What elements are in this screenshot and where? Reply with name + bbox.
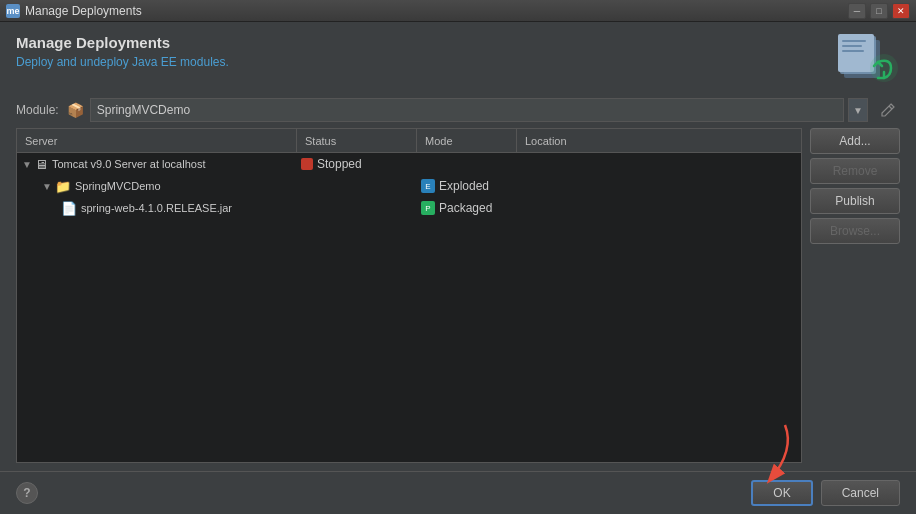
module-icon: 📁 [55, 179, 71, 194]
title-bar: me Manage Deployments ─ □ ✕ [0, 0, 916, 22]
minimize-button[interactable]: ─ [848, 3, 866, 19]
server-name-cell: ▼ 🖥 Tomcat v9.0 Server at localhost [17, 153, 297, 175]
table-row[interactable]: ▼ 📁 SpringMVCDemo E Exploded [17, 175, 801, 197]
bottom-bar: ? OK Cancel [0, 471, 916, 514]
module-select-icon: 📦 [67, 102, 84, 118]
ok-button[interactable]: OK [751, 480, 812, 506]
server-status: Stopped [317, 157, 362, 171]
dialog: Manage Deployments Deploy and undeploy J… [0, 22, 916, 514]
svg-rect-3 [842, 40, 866, 42]
module-dropdown-button[interactable]: ▼ [848, 98, 868, 122]
dialog-subtitle: Deploy and undeploy Java EE modules. [16, 55, 229, 69]
module-location-cell [517, 175, 801, 197]
server-status-cell: Stopped [297, 153, 417, 175]
server-icon: 🖥 [35, 157, 48, 172]
server-mode-cell [417, 153, 517, 175]
svg-rect-2 [838, 34, 874, 72]
tree-body: ▼ 🖥 Tomcat v9.0 Server at localhost Stop… [17, 153, 801, 462]
jar-name-cell: 📄 spring-web-4.1.0.RELEASE.jar [17, 197, 297, 219]
side-buttons: Add... Remove Publish Browse... [810, 128, 900, 463]
close-button[interactable]: ✕ [892, 3, 910, 19]
browse-button[interactable]: Browse... [810, 218, 900, 244]
jar-name: spring-web-4.1.0.RELEASE.jar [81, 202, 232, 214]
jar-mode-cell: P Packaged [417, 197, 517, 219]
module-row: Module: 📦 SpringMVCDemo ▼ [0, 94, 916, 128]
module-edit-button[interactable] [876, 98, 900, 122]
module-mode: Exploded [439, 179, 489, 193]
toggle-icon: ▼ [21, 158, 33, 170]
title-bar-left: me Manage Deployments [6, 4, 142, 18]
cancel-button[interactable]: Cancel [821, 480, 900, 506]
column-mode: Mode [417, 129, 517, 152]
jar-icon: 📄 [61, 201, 77, 216]
module-mode-cell: E Exploded [417, 175, 517, 197]
column-status: Status [297, 129, 417, 152]
svg-rect-4 [842, 45, 862, 47]
main-content: Server Status Mode Location ▼ [0, 128, 916, 471]
module-label: Module: [16, 103, 59, 117]
add-button[interactable]: Add... [810, 128, 900, 154]
jar-location-cell [517, 197, 801, 219]
toggle-icon: ▼ [41, 180, 53, 192]
dialog-header: Manage Deployments Deploy and undeploy J… [0, 22, 916, 94]
dialog-header-left: Manage Deployments Deploy and undeploy J… [16, 34, 229, 69]
module-name-cell: ▼ 📁 SpringMVCDemo [17, 175, 297, 197]
dialog-title: Manage Deployments [16, 34, 229, 51]
column-server: Server [17, 129, 297, 152]
module-value[interactable]: SpringMVCDemo [90, 98, 844, 122]
help-button[interactable]: ? [16, 482, 38, 504]
table-row[interactable]: 📄 spring-web-4.1.0.RELEASE.jar P Package… [17, 197, 801, 219]
status-stopped-icon [301, 158, 313, 170]
deployment-icon [836, 30, 900, 86]
server-location-cell [517, 153, 801, 175]
jar-status-cell [297, 197, 417, 219]
svg-rect-5 [842, 50, 864, 52]
deployment-tree-table: Server Status Mode Location ▼ [16, 128, 802, 463]
packaged-mode-icon: P [421, 201, 435, 215]
app-icon: me [6, 4, 20, 18]
remove-button[interactable]: Remove [810, 158, 900, 184]
bottom-right: OK Cancel [751, 480, 900, 506]
tree-header: Server Status Mode Location [17, 129, 801, 153]
title-bar-text: Manage Deployments [25, 4, 142, 18]
publish-button[interactable]: Publish [810, 188, 900, 214]
server-name: Tomcat v9.0 Server at localhost [52, 158, 205, 170]
exploded-mode-icon: E [421, 179, 435, 193]
title-bar-controls: ─ □ ✕ [848, 3, 910, 19]
jar-mode: Packaged [439, 201, 492, 215]
module-name: SpringMVCDemo [75, 180, 161, 192]
module-select-wrapper: 📦 SpringMVCDemo ▼ [67, 98, 868, 122]
module-status-cell [297, 175, 417, 197]
table-row[interactable]: ▼ 🖥 Tomcat v9.0 Server at localhost Stop… [17, 153, 801, 175]
maximize-button[interactable]: □ [870, 3, 888, 19]
column-location: Location [517, 129, 801, 152]
